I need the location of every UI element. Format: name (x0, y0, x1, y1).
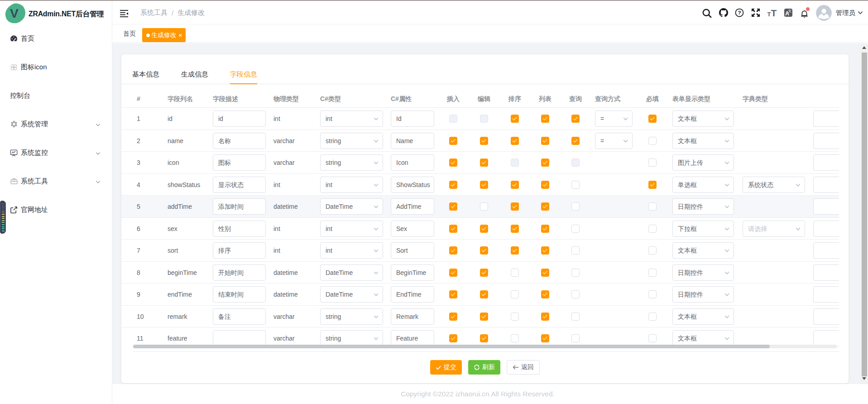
input-csattr[interactable]: Remark (391, 308, 434, 325)
checkbox-sort-checked[interactable] (511, 225, 519, 233)
checkbox-query-disabled[interactable] (571, 159, 580, 167)
checkbox-query-unchecked[interactable] (571, 313, 580, 321)
checkbox-list-checked[interactable] (541, 159, 549, 167)
input-extra[interactable] (813, 265, 839, 281)
input-desc[interactable]: 添加时间 (213, 198, 266, 215)
vertical-scrollbar[interactable] (860, 43, 868, 384)
checkbox-query-unchecked[interactable] (571, 246, 580, 255)
checkbox-required-unchecked[interactable] (648, 246, 657, 255)
checkbox-insert-checked[interactable] (449, 181, 457, 189)
checkbox-list-checked[interactable] (541, 246, 549, 255)
translate-icon[interactable]: A文 (780, 1, 796, 24)
checkbox-required-unchecked[interactable] (648, 313, 657, 321)
checkbox-sort-checked[interactable] (511, 137, 519, 145)
fullscreen-icon[interactable] (748, 1, 764, 24)
font-size-icon[interactable]: TT (764, 1, 780, 24)
checkbox-sort-checked[interactable] (511, 181, 519, 189)
scrollbar-up-arrow[interactable] (860, 43, 868, 51)
app-logo[interactable]: V ZRAdmin.NET后台管理 (0, 1, 112, 27)
vertical-scrollbar-thumb[interactable] (862, 53, 867, 376)
sidebar-item-console[interactable]: 控制台 (0, 83, 112, 108)
checkbox-edit-checked[interactable] (480, 334, 488, 342)
select-cstype[interactable]: string (320, 308, 383, 325)
checkbox-list-checked[interactable] (541, 137, 549, 145)
sidebar-item-tools[interactable]: 系统工具 (0, 168, 112, 194)
input-extra[interactable] (813, 154, 839, 171)
user-name[interactable]: 管理员 (836, 9, 856, 17)
checkbox-list-checked[interactable] (541, 290, 549, 298)
user-menu-caret-icon[interactable] (857, 10, 863, 16)
select-cstype[interactable]: int (320, 111, 383, 127)
input-extra[interactable] (813, 177, 839, 193)
tab-basic-info[interactable]: 基本信息 (132, 70, 159, 84)
select-display[interactable]: 日期控件 (672, 198, 734, 215)
checkbox-required-unchecked[interactable] (648, 290, 657, 298)
input-desc[interactable]: 性别 (213, 221, 266, 237)
select-cstype[interactable]: DateTime (320, 265, 383, 281)
input-csattr[interactable]: Id (391, 111, 434, 127)
refresh-button[interactable]: 刷新 (468, 360, 500, 375)
tab-generate-info[interactable]: 生成信息 (181, 70, 208, 84)
sidebar-item-system[interactable]: 系统管理 (0, 111, 112, 137)
checkbox-query-unchecked[interactable] (571, 225, 580, 233)
checkbox-list-checked[interactable] (541, 334, 549, 342)
checkbox-query-unchecked[interactable] (571, 269, 580, 277)
checkbox-edit-checked[interactable] (480, 246, 488, 255)
checkbox-insert-checked[interactable] (449, 202, 457, 211)
sidebar-item-website[interactable]: 官网地址 (0, 197, 112, 222)
checkbox-list-checked[interactable] (541, 181, 549, 189)
checkbox-insert-checked[interactable] (449, 313, 457, 321)
devtools-handle-widget[interactable] (0, 201, 6, 234)
checkbox-edit-checked[interactable] (480, 159, 488, 167)
select-cstype[interactable]: DateTime (320, 286, 383, 303)
checkbox-edit-checked[interactable] (480, 269, 488, 277)
input-extra[interactable] (813, 133, 839, 149)
help-icon[interactable]: ? (732, 1, 748, 24)
input-desc[interactable]: 名称 (213, 133, 266, 149)
checkbox-edit-unchecked[interactable] (480, 202, 488, 211)
select-cstype[interactable]: string (320, 154, 383, 171)
checkbox-required-unchecked[interactable] (648, 159, 657, 167)
scrollbar-down-arrow[interactable] (860, 375, 868, 382)
checkbox-list-checked[interactable] (541, 202, 549, 211)
select-dict[interactable]: 请选择 (743, 221, 805, 237)
checkbox-insert-disabled[interactable] (449, 115, 457, 123)
checkbox-sort-checked[interactable] (511, 115, 519, 123)
input-extra[interactable] (813, 308, 839, 325)
checkbox-list-checked[interactable] (541, 313, 549, 321)
checkbox-sort-checked[interactable] (511, 246, 519, 255)
checkbox-edit-checked[interactable] (480, 290, 488, 298)
github-icon[interactable] (715, 1, 732, 24)
select-display[interactable]: 文本框 (672, 308, 734, 325)
sidebar-item-icons[interactable]: 图标icon (0, 54, 112, 80)
breadcrumb-item-parent[interactable]: 系统工具 (140, 9, 168, 17)
checkbox-insert-checked[interactable] (449, 269, 457, 277)
input-extra[interactable] (813, 221, 839, 237)
checkbox-sort-unchecked[interactable] (511, 334, 519, 342)
checkbox-insert-checked[interactable] (449, 246, 457, 255)
input-extra[interactable] (813, 242, 839, 259)
select-qmode[interactable]: = (595, 133, 633, 149)
checkbox-query-unchecked[interactable] (571, 181, 580, 189)
input-desc[interactable]: 排序 (213, 242, 266, 259)
back-button[interactable]: 返回 (507, 360, 540, 375)
select-cstype[interactable]: DateTime (320, 198, 383, 215)
input-desc[interactable]: 显示状态 (213, 177, 266, 193)
sidebar-collapse-icon[interactable] (120, 10, 129, 17)
input-csattr[interactable]: Sex (391, 221, 434, 237)
checkbox-required-unchecked[interactable] (648, 334, 657, 342)
input-csattr[interactable]: Sort (391, 242, 434, 259)
input-extra[interactable] (813, 111, 839, 127)
select-cstype[interactable]: string (320, 133, 383, 149)
checkbox-sort-unchecked[interactable] (511, 269, 519, 277)
tag-active[interactable]: 生成修改 × (142, 28, 186, 42)
input-csattr[interactable]: Icon (391, 154, 434, 171)
checkbox-query-checked[interactable] (571, 137, 580, 145)
avatar[interactable] (816, 5, 832, 21)
checkbox-query-unchecked[interactable] (571, 290, 580, 298)
checkbox-list-checked[interactable] (541, 115, 549, 123)
notification-bell-icon[interactable] (796, 1, 813, 24)
select-display[interactable]: 文本框 (672, 133, 734, 149)
input-desc[interactable]: 结束时间 (213, 286, 266, 303)
input-csattr[interactable]: ShowStatus (391, 177, 434, 193)
